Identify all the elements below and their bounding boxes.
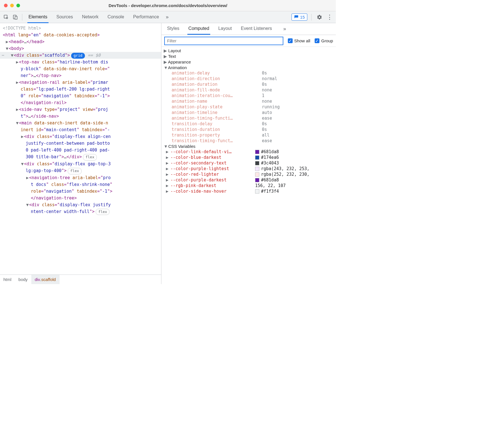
css-variable[interactable]: ▶--color-purple-darkest#681da8 <box>161 177 336 183</box>
filter-bar: ✓ Show all ✓ Group <box>161 35 336 47</box>
tab-network[interactable]: Network <box>81 12 100 23</box>
window-titlebar: DevTools - developer.chrome.com/docs/dev… <box>0 0 336 11</box>
computed-property[interactable]: animation-namenone <box>161 98 336 104</box>
settings-gear-icon[interactable] <box>315 13 323 21</box>
dom-tree[interactable]: <!DOCTYPE html> <html lang="en" data-coo… <box>0 23 161 275</box>
computed-property[interactable]: transition-duration0s <box>161 127 336 132</box>
computed-property[interactable]: animation-timelineauto <box>161 110 336 115</box>
computed-property[interactable]: animation-timing-functi…ease <box>161 115 336 121</box>
group-animation[interactable]: ▼ Animation <box>161 65 336 70</box>
css-variable[interactable]: ▶--color-side-nav-hover#f1f3f4 <box>161 188 336 194</box>
show-all-checkbox[interactable]: ✓ Show all <box>288 38 310 43</box>
separator <box>22 14 22 21</box>
top-nav-node[interactable]: ▶<top-nav class="hairline-bottom dis <box>0 59 161 65</box>
traffic-lights <box>4 4 20 7</box>
navigation-rail-node[interactable]: ▶<navigation-rail aria-label="primar <box>0 79 161 86</box>
minimize-window-icon[interactable] <box>10 4 14 7</box>
main-split: <!DOCTYPE html> <html lang="en" data-coo… <box>0 23 336 284</box>
checkbox-checked-icon: ✓ <box>315 38 319 43</box>
navigation-tree-node[interactable]: ▶<navigation-tree aria-label="pro <box>0 174 161 181</box>
main-node[interactable]: ▼<main data-search-inert data-side-n <box>0 120 161 126</box>
console-reference: == $0 <box>88 53 100 58</box>
styles-pane: Styles Computed Layout Event Listeners »… <box>161 23 336 284</box>
tab-computed[interactable]: Computed <box>187 23 211 35</box>
group-checkbox[interactable]: ✓ Group <box>315 38 333 43</box>
issues-button[interactable]: 15 <box>292 14 307 21</box>
computed-property[interactable]: animation-fill-modenone <box>161 87 336 93</box>
body-node[interactable]: ▼<body> <box>0 45 161 52</box>
group-label: Group <box>321 38 333 43</box>
css-variable[interactable]: ▶--color-secondary-text#3c4043 <box>161 160 336 166</box>
close-window-icon[interactable] <box>4 4 8 7</box>
flex-badge[interactable]: flex <box>83 154 97 161</box>
elements-panel: <!DOCTYPE html> <html lang="en" data-coo… <box>0 23 161 284</box>
sidebar-tabs: Styles Computed Layout Event Listeners » <box>161 23 336 35</box>
tab-performance[interactable]: Performance <box>132 12 160 23</box>
tab-event-listeners[interactable]: Event Listeners <box>240 23 273 35</box>
checkbox-checked-icon: ✓ <box>288 38 293 43</box>
crumb-body[interactable]: body <box>15 275 31 284</box>
flex-badge[interactable]: flex <box>96 209 109 215</box>
inspect-element-icon[interactable] <box>2 13 10 21</box>
computed-property[interactable]: animation-iteration-cou…1 <box>161 93 336 98</box>
tab-layout[interactable]: Layout <box>217 23 233 35</box>
computed-property[interactable]: animation-play-staterunning <box>161 104 336 110</box>
group-text[interactable]: ▶ Text <box>161 54 336 59</box>
issues-count: 15 <box>300 15 305 19</box>
scaffold-node[interactable]: ▼<div class="scaffold">grid== $0 <box>0 52 161 59</box>
computed-property[interactable]: animation-delay0s <box>161 70 336 76</box>
content-div-node[interactable]: ▼<div class="display-flex justify <box>0 201 161 208</box>
tab-console[interactable]: Console <box>106 12 125 23</box>
sidebar-tabs-overflow-icon[interactable]: » <box>283 26 286 32</box>
css-variable[interactable]: ▶--color-purple-lightestrgba(243, 232, 2… <box>161 166 336 172</box>
tab-styles[interactable]: Styles <box>166 23 181 35</box>
title-bar-div-node[interactable]: ▶<div class="display-flex align-cen <box>0 133 161 140</box>
html-open-tag[interactable]: <html lang="en" data-cookies-accepted> <box>0 32 161 38</box>
crumb-html[interactable]: html <box>0 275 15 284</box>
computed-property[interactable]: transition-delay0s <box>161 121 336 127</box>
tabs-overflow-icon[interactable]: » <box>166 14 168 20</box>
main-toolbar: Elements Sources Network Console Perform… <box>0 11 336 23</box>
maximize-window-icon[interactable] <box>16 4 20 7</box>
selected-node-actions-icon[interactable]: ⋯ <box>1 52 5 59</box>
tab-elements[interactable]: Elements <box>27 12 49 23</box>
css-variable[interactable]: ▶--color-red-lighterrgba(252, 232, 230, <box>161 172 336 177</box>
separator <box>311 14 312 21</box>
device-toolbar-icon[interactable] <box>11 13 19 21</box>
show-all-label: Show all <box>294 38 310 43</box>
flex-container-node[interactable]: ▼<div class="display-flex gap-top-3 <box>0 161 161 167</box>
toolbar-right: 15 ⋮ <box>292 13 334 21</box>
main-tabs: Elements Sources Network Console Perform… <box>27 12 160 23</box>
grid-badge[interactable]: grid <box>71 53 85 59</box>
side-nav-node[interactable]: ▶<side-nav type="project" view="proj <box>0 106 161 113</box>
window-title: DevTools - developer.chrome.com/docs/dev… <box>0 3 336 8</box>
computed-properties[interactable]: ▶ Layout ▶ Text ▶ Appearance ▼ Animation… <box>161 47 336 284</box>
computed-property[interactable]: transition-timing-funct…ease <box>161 138 336 144</box>
group-appearance[interactable]: ▶ Appearance <box>161 59 336 65</box>
computed-property[interactable]: animation-duration0s <box>161 82 336 87</box>
computed-property[interactable]: animation-directionnormal <box>161 76 336 82</box>
doctype: <!DOCTYPE html> <box>3 26 41 31</box>
tab-sources[interactable]: Sources <box>55 12 74 23</box>
css-variable[interactable]: ▶--rgb-pink-darkest156, 22, 107 <box>161 183 336 188</box>
filter-input[interactable] <box>164 37 283 45</box>
more-menu-icon[interactable]: ⋮ <box>326 13 334 21</box>
breadcrumb: html body div.scaffold <box>0 275 161 284</box>
flex-badge[interactable]: flex <box>68 168 82 174</box>
svg-rect-2 <box>15 16 17 19</box>
group-layout[interactable]: ▶ Layout <box>161 48 336 54</box>
group-css-variables[interactable]: ▼ CSS Variables <box>161 144 336 149</box>
css-variable[interactable]: ▶--color-blue-darkest#174ea6 <box>161 155 336 160</box>
crumb-selected[interactable]: div.scaffold <box>31 275 60 284</box>
head-node[interactable]: ▶<head>…</head> <box>0 38 161 45</box>
css-variable[interactable]: ▶--color-link-default-vi…#681da8 <box>161 149 336 155</box>
computed-property[interactable]: transition-propertyall <box>161 132 336 138</box>
